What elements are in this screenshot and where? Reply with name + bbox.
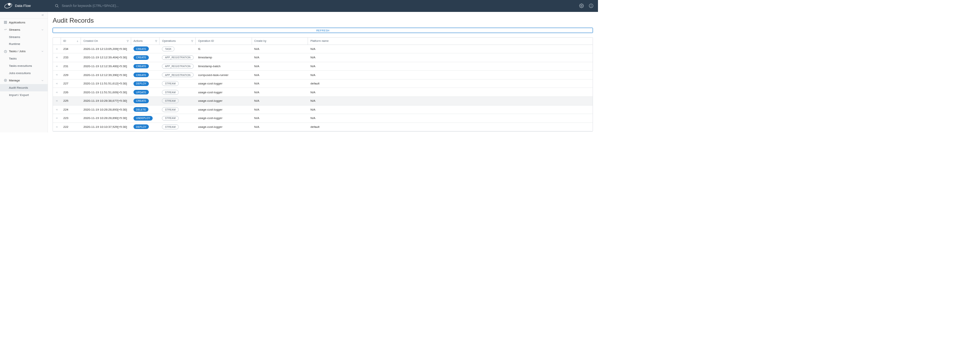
expand-row-button[interactable]: [53, 45, 61, 53]
table-row[interactable]: 2232020-11-19 10:28:28,890[+5:30]UNDEPLO…: [53, 114, 593, 123]
col-created-on-label: Created On: [84, 39, 98, 43]
svg-marker-15: [155, 40, 157, 42]
table-row[interactable]: 2342020-11-19 12:13:05,209[+5:30]CREATET…: [53, 45, 593, 54]
table-row[interactable]: 2272020-11-19 11:51:51,612[+5:30]DEPLOYS…: [53, 79, 593, 88]
svg-point-0: [55, 4, 58, 7]
cell-action: CREATE: [131, 97, 160, 105]
cell-operation: STREAM: [160, 79, 196, 88]
expand-row-button[interactable]: [53, 114, 61, 122]
cell-operation-id: timestamp-batch: [196, 62, 252, 71]
cell-create-by: N/A: [252, 53, 308, 62]
page-title: Audit Records: [53, 17, 593, 25]
action-badge: CREATE: [133, 46, 149, 51]
sidebar-subitem-streams[interactable]: Streams: [0, 33, 48, 41]
cell-id: 234: [61, 45, 81, 53]
sidebar-collapse[interactable]: [0, 12, 48, 19]
svg-rect-6: [4, 21, 5, 22]
expand-row-button[interactable]: [53, 97, 61, 105]
expand-row-button[interactable]: [53, 79, 61, 88]
svg-point-11: [5, 80, 6, 81]
cell-operation: APP_REGISTRATION: [160, 71, 196, 79]
operation-badge: STREAM: [162, 90, 178, 95]
sidebar-item-applications[interactable]: Applications: [0, 19, 48, 26]
sidebar-item-label: Streams: [9, 28, 41, 31]
expand-row-button[interactable]: [53, 53, 61, 62]
table-row[interactable]: 2292020-11-19 12:12:39,390[+5:30]CREATEA…: [53, 71, 593, 79]
sidebar-item-manage[interactable]: Manage: [0, 77, 48, 84]
svg-point-5: [591, 5, 591, 5]
filter-icon[interactable]: [155, 40, 157, 42]
sidebar-subitem-tasks-executions[interactable]: Tasks executions: [0, 62, 48, 69]
col-create-by-label: Create by: [254, 39, 267, 43]
audit-records-table: ID Created On Actions Operations Operati…: [53, 37, 593, 132]
col-id[interactable]: ID: [61, 38, 81, 44]
logo-area[interactable]: Data Flow: [4, 3, 48, 8]
cell-platform-name: N/A: [308, 106, 593, 114]
cell-id: 227: [61, 79, 81, 88]
table-row[interactable]: 2312020-11-19 12:12:39,400[+5:30]CREATEA…: [53, 62, 593, 71]
table-row[interactable]: 2332020-11-19 12:12:39,404[+5:30]CREATEA…: [53, 53, 593, 62]
header-actions: [575, 3, 594, 8]
sidebar-subitem-jobs-executions[interactable]: Jobs executions: [0, 69, 48, 77]
col-create-by[interactable]: Create by: [252, 38, 308, 44]
action-badge: DELETE: [133, 107, 148, 112]
sidebar-item-label: Manage: [9, 79, 41, 82]
cell-operation-id: usage-cost-logger: [196, 97, 252, 105]
search-icon: [55, 4, 59, 8]
svg-marker-16: [191, 40, 193, 42]
cell-created-on: 2020-11-19 12:13:05,209[+5:30]: [81, 45, 131, 53]
expand-row-button[interactable]: [53, 106, 61, 114]
expand-row-button[interactable]: [53, 62, 61, 71]
col-platform-name[interactable]: Platform name: [308, 38, 593, 44]
sidebar-subitem-audit-records[interactable]: Audit Records: [0, 84, 48, 91]
cell-id: 225: [61, 97, 81, 105]
cell-created-on: 2020-11-19 10:28:28,893[+5:30]: [81, 106, 131, 114]
cell-id: 222: [61, 123, 81, 131]
cell-action: CREATE: [131, 71, 160, 79]
filter-icon[interactable]: [191, 40, 193, 42]
sidebar-item-label: Tasks / Jobs: [9, 50, 41, 53]
table-row[interactable]: 2252020-11-19 10:28:38,677[+5:30]CREATES…: [53, 97, 593, 106]
col-operations[interactable]: Operations: [160, 38, 196, 44]
global-search[interactable]: [48, 4, 574, 8]
cell-operation-id: timestamp: [196, 53, 252, 62]
expand-row-button[interactable]: [53, 123, 61, 131]
sidebar-item-tasks-jobs[interactable]: Tasks / Jobs: [0, 48, 48, 55]
sidebar: ApplicationsStreamsStreamsRuntimeTasks /…: [0, 12, 48, 133]
table-row[interactable]: 2262020-11-19 11:51:51,609[+5:30]UPDATES…: [53, 88, 593, 97]
cell-platform-name: N/A: [308, 45, 593, 53]
filter-icon[interactable]: [127, 40, 129, 42]
cell-action: CREATE: [131, 62, 160, 71]
search-input[interactable]: [62, 4, 575, 8]
sidebar-subitem-runtime[interactable]: Runtime: [0, 41, 48, 48]
cell-operation-id: usage-cost-logger: [196, 106, 252, 114]
cell-operation: TASK: [160, 45, 196, 53]
col-actions[interactable]: Actions: [131, 38, 160, 44]
sidebar-subitem-import-export[interactable]: Import / Export: [0, 91, 48, 99]
info-icon[interactable]: [589, 3, 593, 8]
sidebar-subitem-tasks[interactable]: Tasks: [0, 55, 48, 62]
operation-badge: APP_REGISTRATION: [162, 73, 193, 78]
col-created-on[interactable]: Created On: [81, 38, 131, 44]
table-row[interactable]: 2222020-11-19 10:10:37,529[+5:30]DEPLOYS…: [53, 123, 593, 132]
settings-icon[interactable]: [579, 3, 584, 8]
table-row[interactable]: 2242020-11-19 10:28:28,893[+5:30]DELETES…: [53, 106, 593, 114]
svg-point-2: [581, 5, 582, 7]
cell-operation-id: t1: [196, 45, 252, 53]
expand-row-button[interactable]: [53, 88, 61, 96]
operation-badge: STREAM: [162, 107, 178, 112]
cell-operation-id: composed-task-runner: [196, 71, 252, 79]
action-badge: CREATE: [133, 64, 149, 69]
col-platform-name-label: Platform name: [310, 39, 329, 43]
operation-badge: STREAM: [162, 116, 178, 121]
sort-desc-icon: [76, 40, 79, 42]
refresh-button[interactable]: REFRESH: [53, 28, 593, 33]
operation-badge: STREAM: [162, 98, 178, 103]
svg-rect-9: [6, 23, 7, 23]
cell-created-on: 2020-11-19 10:28:28,890[+5:30]: [81, 114, 131, 122]
operation-badge: TASK: [162, 46, 174, 51]
col-operation-id[interactable]: Operation ID: [196, 38, 252, 44]
sidebar-item-streams[interactable]: Streams: [0, 26, 48, 33]
expand-row-button[interactable]: [53, 71, 61, 79]
cell-created-on: 2020-11-19 11:51:51,612[+5:30]: [81, 79, 131, 88]
